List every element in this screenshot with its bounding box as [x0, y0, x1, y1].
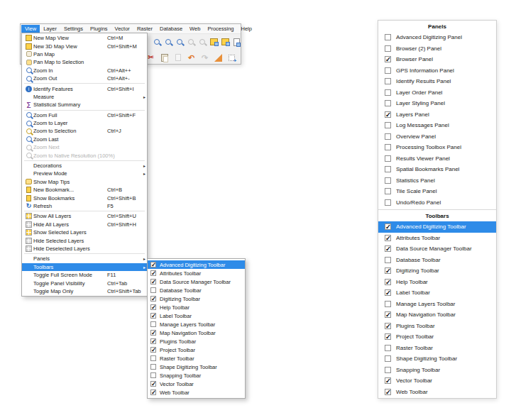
checkbox-row-raster-toolbar[interactable]: Raster Toolbar: [378, 343, 496, 354]
checkbox-row-web-toolbar[interactable]: Web Toolbar: [378, 387, 496, 398]
unchecked-checkbox[interactable]: [150, 355, 156, 361]
checkbox-row-snapping-toolbar[interactable]: Snapping Toolbar: [378, 365, 496, 376]
submenu-item-database-toolbar[interactable]: Database Toolbar: [148, 286, 245, 294]
submenu-item-plugins-toolbar[interactable]: Plugins Toolbar: [148, 337, 245, 346]
unchecked-checkbox[interactable]: [385, 199, 391, 206]
checkbox-row-layer-order-panel[interactable]: Layer Order Panel: [378, 87, 496, 99]
menu-item-statistical-summary[interactable]: Statistical Summary: [22, 101, 147, 109]
checked-checkbox[interactable]: [385, 267, 391, 274]
menu-item-show-all-layers[interactable]: Show All LayersCtrl+Shift+U: [22, 212, 147, 220]
menubar-item-web[interactable]: Web: [186, 25, 204, 33]
checked-checkbox[interactable]: [150, 296, 156, 302]
menu-item-show-map-tips[interactable]: Show Map Tips: [22, 178, 147, 186]
checkbox-row-map-navigation-toolbar[interactable]: Map Navigation Toolbar: [378, 309, 496, 321]
checkbox-row-overview-panel[interactable]: Overview Panel: [378, 131, 496, 143]
zoom-last-button[interactable]: [198, 37, 207, 48]
add-feature-button[interactable]: [226, 52, 237, 63]
menu-item-decorations[interactable]: Decorations▸: [22, 162, 147, 170]
checked-checkbox[interactable]: [150, 279, 156, 284]
checkbox-row-label-toolbar[interactable]: Label Toolbar: [378, 287, 496, 299]
submenu-item-raster-toolbar[interactable]: Raster Toolbar: [148, 354, 245, 363]
checked-checkbox[interactable]: [385, 235, 391, 241]
menu-item-zoom-to-selection[interactable]: Zoom to SelectionCtrl+J: [22, 127, 147, 135]
unchecked-checkbox[interactable]: [385, 89, 391, 96]
unchecked-checkbox[interactable]: [385, 45, 391, 52]
submenu-item-map-navigation-toolbar[interactable]: Map Navigation Toolbar: [148, 328, 245, 337]
checkbox-row-layers-panel[interactable]: Layers Panel: [378, 109, 496, 121]
menu-item-pan-map-to-selection[interactable]: Pan Map to Selection: [22, 58, 147, 66]
submenu-item-attributes-toolbar[interactable]: Attributes Toolbar: [148, 269, 245, 277]
menubar-item-database[interactable]: Database: [156, 25, 186, 33]
menu-item-show-bookmarks[interactable]: Show BookmarksCtrl+Shift+B: [22, 194, 147, 201]
checked-checkbox[interactable]: [385, 323, 391, 329]
submenu-item-digitizing-toolbar[interactable]: Digitizing Toolbar: [148, 294, 245, 303]
checkbox-row-identify-results-panel[interactable]: Identify Results Panel: [378, 76, 496, 87]
unchecked-checkbox[interactable]: [385, 122, 391, 128]
checkbox-row-project-toolbar[interactable]: Project Toolbar: [378, 331, 496, 343]
menubar-item-layer[interactable]: Layer: [40, 25, 60, 33]
checkbox-row-spatial-bookmarks-panel[interactable]: Spatial Bookmarks Panel: [378, 164, 496, 175]
checked-checkbox[interactable]: [385, 279, 391, 285]
unchecked-checkbox[interactable]: [385, 67, 391, 74]
menu-item-zoom-full[interactable]: Zoom FullCtrl+Shift+F: [22, 111, 147, 119]
submenu-item-vector-toolbar[interactable]: Vector Toolbar: [148, 380, 245, 388]
checkbox-row-shape-digitizing-toolbar[interactable]: Shape Digitizing Toolbar: [378, 353, 496, 365]
checkbox-row-browser-2-panel[interactable]: Browser (2) Panel: [378, 43, 496, 55]
checkbox-row-database-toolbar[interactable]: Database Toolbar: [378, 255, 496, 266]
unchecked-checkbox[interactable]: [385, 100, 391, 106]
unchecked-checkbox[interactable]: [150, 287, 156, 293]
show-layout-manager-button[interactable]: [221, 37, 229, 48]
menu-item-measure[interactable]: Measure▸: [22, 93, 147, 101]
checked-checkbox[interactable]: [150, 381, 156, 387]
checkbox-row-data-source-manager-toolbar[interactable]: Data Source Manager Toolbar: [378, 243, 496, 255]
menubar-item-plugins[interactable]: Plugins: [87, 25, 111, 33]
submenu-item-manage-layers-toolbar[interactable]: Manage Layers Toolbar: [148, 320, 245, 328]
menu-item-new-map-view[interactable]: New Map ViewCtrl+M: [22, 34, 147, 42]
submenu-item-shape-digitizing-toolbar[interactable]: Shape Digitizing Toolbar: [148, 363, 245, 371]
menu-item-preview-mode[interactable]: Preview Mode▸: [22, 170, 147, 177]
checked-checkbox[interactable]: [150, 338, 156, 344]
menu-item-zoom-to-layer[interactable]: Zoom to Layer: [22, 119, 147, 127]
copy-features-button[interactable]: [172, 52, 183, 63]
menu-item-hide-selected-layers[interactable]: Hide Selected Layers: [22, 236, 147, 244]
unchecked-checkbox[interactable]: [150, 364, 156, 370]
menu-item-pan-map[interactable]: Pan Map: [22, 50, 147, 58]
menu-item-toolbars[interactable]: Toolbars▸: [22, 263, 147, 271]
new-print-layout-button[interactable]: [209, 37, 218, 48]
checked-checkbox[interactable]: [385, 311, 391, 318]
checkbox-row-vector-toolbar[interactable]: Vector Toolbar: [378, 375, 496, 387]
menubar-item-raster[interactable]: Raster: [133, 25, 156, 33]
unchecked-checkbox[interactable]: [385, 155, 391, 162]
menubar-item-processing[interactable]: Processing: [204, 25, 237, 33]
checkbox-row-statistics-panel[interactable]: Statistics Panel: [378, 175, 496, 187]
submenu-item-web-toolbar[interactable]: Web Toolbar: [148, 388, 245, 397]
unchecked-checkbox[interactable]: [385, 257, 391, 263]
checked-checkbox[interactable]: [385, 111, 391, 118]
unchecked-checkbox[interactable]: [385, 355, 391, 362]
checkbox-row-plugins-toolbar[interactable]: Plugins Toolbar: [378, 321, 496, 332]
menu-item-toggle-panel-visibility[interactable]: Toggle Panel VisibilityCtrl+Tab: [22, 279, 147, 287]
checkbox-row-advanced-digitizing-panel[interactable]: Advanced Digitizing Panel: [378, 32, 496, 43]
menu-item-hide-deselected-layers[interactable]: Hide Deselected Layers: [22, 245, 147, 253]
menu-item-zoom-out[interactable]: Zoom OutCtrl+Alt+-: [22, 74, 147, 82]
checkbox-row-gps-information-panel[interactable]: GPS Information Panel: [378, 65, 496, 77]
menu-item-zoom-to-native-resolution-100[interactable]: Zoom to Native Resolution (100%): [22, 151, 147, 159]
unchecked-checkbox[interactable]: [385, 144, 391, 150]
redo-button[interactable]: [199, 52, 210, 63]
checked-checkbox[interactable]: [385, 245, 391, 252]
submenu-item-advanced-digitizing-toolbar[interactable]: Advanced Digitizing Toolbar: [148, 260, 245, 269]
unchecked-checkbox[interactable]: [385, 301, 391, 307]
checkbox-row-layer-styling-panel[interactable]: Layer Styling Panel: [378, 98, 496, 109]
menu-item-panels[interactable]: Panels▸: [22, 255, 147, 262]
checkbox-row-processing-toolbox-panel[interactable]: Processing Toolbox Panel: [378, 142, 496, 153]
submenu-item-project-toolbar[interactable]: Project Toolbar: [148, 346, 245, 354]
menu-item-zoom-next[interactable]: Zoom Next: [22, 143, 147, 151]
checked-checkbox[interactable]: [385, 56, 391, 62]
unchecked-checkbox[interactable]: [385, 78, 391, 84]
checked-checkbox[interactable]: [385, 223, 391, 230]
checked-checkbox[interactable]: [150, 270, 156, 276]
checked-checkbox[interactable]: [150, 347, 156, 353]
undo-button[interactable]: [186, 52, 197, 63]
checkbox-row-log-messages-panel[interactable]: Log Messages Panel: [378, 120, 496, 131]
checkbox-row-advanced-digitizing-toolbar[interactable]: Advanced Digitizing Toolbar: [378, 221, 496, 233]
